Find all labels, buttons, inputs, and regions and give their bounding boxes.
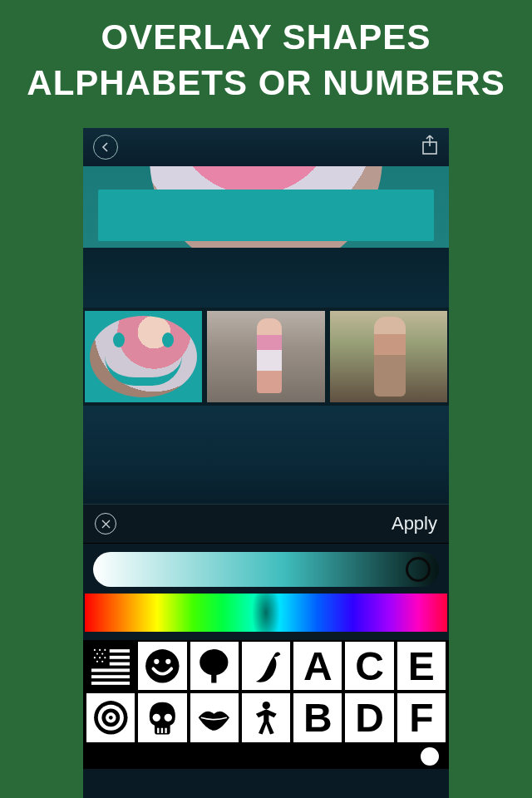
preview-overlay-bar	[98, 190, 434, 241]
letter-d[interactable]: D	[345, 693, 393, 741]
svg-point-21	[165, 659, 170, 664]
svg-point-9	[94, 649, 96, 651]
person-icon[interactable]	[242, 693, 290, 741]
letter-c[interactable]: C	[345, 642, 393, 690]
color-panel-header: Apply	[83, 504, 449, 544]
promo-headline: OVERLAY SHAPES ALPHABETS OR NUMBERS	[0, 0, 532, 106]
svg-point-19	[145, 649, 179, 682]
svg-point-29	[153, 714, 160, 722]
svg-point-10	[99, 649, 101, 651]
canvas-background-lower	[83, 406, 449, 504]
skull-icon[interactable]	[138, 693, 186, 741]
svg-point-11	[104, 649, 106, 651]
apply-button[interactable]: Apply	[392, 513, 437, 534]
thumb-photo-3[interactable]	[330, 311, 447, 402]
svg-point-34	[262, 702, 269, 709]
canvas-background	[83, 248, 449, 308]
opacity-row[interactable]	[83, 744, 449, 769]
svg-rect-33	[165, 728, 167, 733]
svg-point-12	[96, 653, 98, 654]
thumb-smiley-overlay[interactable]	[85, 311, 202, 402]
svg-point-16	[104, 657, 106, 658]
saturation-slider[interactable]	[93, 552, 439, 587]
letter-a[interactable]: A	[293, 642, 342, 690]
share-button[interactable]	[421, 135, 439, 160]
svg-point-15	[99, 657, 101, 658]
letter-f[interactable]: F	[397, 693, 446, 741]
svg-point-14	[94, 657, 96, 658]
tree-icon[interactable]	[190, 642, 239, 690]
svg-point-18	[101, 661, 103, 663]
opacity-slider-knob[interactable]	[421, 747, 439, 766]
letter-e[interactable]: E	[397, 642, 446, 690]
close-icon	[101, 520, 111, 529]
chili-icon[interactable]	[242, 642, 290, 690]
letter-b[interactable]: B	[293, 693, 342, 741]
preview-canvas[interactable]	[83, 166, 449, 248]
app-screenshot: Apply	[83, 128, 449, 798]
target-icon[interactable]	[86, 693, 135, 741]
chevron-left-icon	[101, 142, 111, 152]
svg-rect-7	[91, 682, 131, 685]
thumb-photo-2[interactable]	[207, 311, 324, 402]
svg-rect-6	[91, 675, 131, 678]
svg-point-13	[101, 653, 103, 654]
svg-rect-23	[212, 671, 217, 682]
promo-line-1: OVERLAY SHAPES	[17, 15, 515, 61]
svg-point-20	[154, 659, 159, 664]
svg-rect-32	[161, 728, 163, 733]
sticker-row-2: B D F	[85, 692, 447, 743]
thumbnail-strip[interactable]	[83, 308, 449, 406]
hue-slider[interactable]	[85, 594, 447, 632]
saturation-knob[interactable]	[406, 557, 431, 582]
svg-rect-31	[157, 728, 159, 733]
svg-point-17	[96, 661, 98, 663]
svg-point-30	[165, 714, 172, 722]
sticker-row-1: A C E	[85, 640, 447, 692]
sticker-grid: A C E B D	[83, 640, 449, 744]
smiley-icon[interactable]	[138, 642, 186, 690]
lips-icon[interactable]	[190, 693, 239, 741]
svg-rect-5	[91, 668, 131, 672]
flag-us-icon[interactable]	[86, 642, 135, 690]
close-panel-button[interactable]	[95, 513, 116, 534]
svg-point-28	[109, 716, 113, 720]
back-button[interactable]	[93, 135, 118, 160]
top-bar	[83, 128, 449, 166]
share-icon	[421, 135, 439, 156]
promo-line-2: ALPHABETS OR NUMBERS	[17, 61, 515, 106]
